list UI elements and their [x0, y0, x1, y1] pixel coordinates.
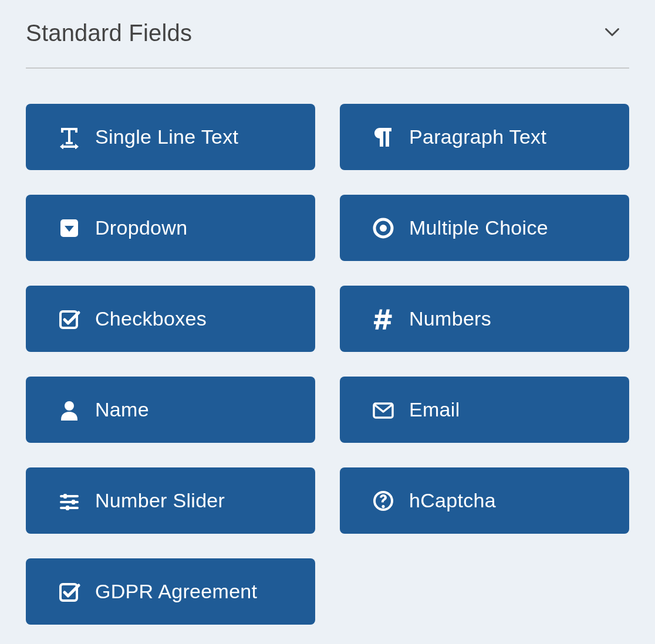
field-hcaptcha[interactable]: hCaptcha — [340, 467, 629, 534]
field-checkboxes[interactable]: Checkboxes — [26, 286, 315, 352]
panel-header[interactable]: Standard Fields — [26, 11, 629, 67]
hash-icon — [370, 306, 396, 332]
field-dropdown[interactable]: Dropdown — [26, 195, 315, 261]
field-label: Numbers — [409, 307, 491, 330]
field-label: hCaptcha — [409, 489, 496, 512]
check-square-icon — [56, 579, 82, 605]
field-gdpr-agreement[interactable]: GDPR Agreement — [26, 558, 315, 625]
field-label: Checkboxes — [95, 307, 207, 330]
pilcrow-icon — [370, 124, 396, 150]
chevron-down-icon — [603, 25, 629, 42]
field-label: Multiple Choice — [409, 216, 548, 239]
field-numbers[interactable]: Numbers — [340, 286, 629, 352]
field-single-line-text[interactable]: Single Line Text — [26, 104, 315, 170]
field-label: Name — [95, 398, 149, 421]
radio-dot-icon — [370, 215, 396, 241]
question-circle-icon — [370, 488, 396, 514]
field-label: Number Slider — [95, 489, 225, 512]
user-icon — [56, 397, 82, 423]
field-email[interactable]: Email — [340, 377, 629, 443]
caret-square-down-icon — [56, 215, 82, 241]
field-label: GDPR Agreement — [95, 580, 257, 603]
field-multiple-choice[interactable]: Multiple Choice — [340, 195, 629, 261]
panel-title: Standard Fields — [26, 20, 192, 46]
text-width-icon — [56, 124, 82, 150]
field-name[interactable]: Name — [26, 377, 315, 443]
field-paragraph-text[interactable]: Paragraph Text — [340, 104, 629, 170]
sliders-icon — [56, 488, 82, 514]
field-number-slider[interactable]: Number Slider — [26, 467, 315, 534]
field-label: Single Line Text — [95, 126, 238, 148]
field-label: Email — [409, 398, 460, 421]
envelope-icon — [370, 397, 396, 423]
field-label: Paragraph Text — [409, 126, 546, 148]
field-label: Dropdown — [95, 216, 187, 239]
check-square-icon — [56, 306, 82, 332]
divider — [26, 67, 629, 69]
field-grid: Single Line Text Paragraph Text Dropdown… — [26, 104, 629, 625]
